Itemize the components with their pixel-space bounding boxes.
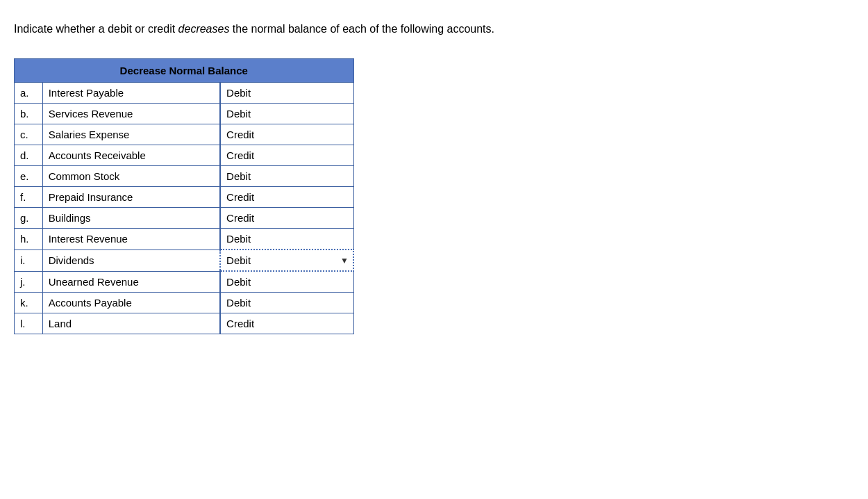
row-account: Salaries Expense bbox=[42, 124, 220, 145]
instruction-italic: decreases bbox=[178, 23, 230, 35]
row-letter: f. bbox=[15, 187, 43, 208]
row-account: Prepaid Insurance bbox=[42, 187, 220, 208]
row-value[interactable]: Debit bbox=[220, 166, 353, 187]
row-value[interactable]: Debit bbox=[220, 293, 353, 313]
table-row: i.DividendsDebit▼ bbox=[15, 250, 354, 271]
row-value[interactable]: Debit bbox=[220, 104, 353, 124]
row-letter: l. bbox=[15, 313, 43, 334]
row-letter: j. bbox=[15, 271, 43, 293]
row-value[interactable]: Credit bbox=[220, 124, 353, 145]
table-wrapper: Decrease Normal Balance a.Interest Payab… bbox=[14, 58, 354, 334]
table-row: l.LandCredit bbox=[15, 313, 354, 334]
decrease-normal-balance-table: Decrease Normal Balance a.Interest Payab… bbox=[14, 58, 354, 334]
row-letter: a. bbox=[15, 83, 43, 104]
table-row: g.BuildingsCredit bbox=[15, 208, 354, 229]
row-letter: b. bbox=[15, 104, 43, 124]
row-value[interactable]: Debit bbox=[220, 229, 353, 250]
table-row: h.Interest RevenueDebit bbox=[15, 229, 354, 250]
instruction-text: Indicate whether a debit or credit decre… bbox=[14, 21, 854, 38]
row-account: Buildings bbox=[42, 208, 220, 229]
instruction-after: the normal balance of each of the follow… bbox=[229, 23, 494, 35]
table-row: k.Accounts PayableDebit bbox=[15, 293, 354, 313]
row-letter: k. bbox=[15, 293, 43, 313]
dropdown-arrow-icon: ▼ bbox=[340, 256, 349, 265]
row-letter: e. bbox=[15, 166, 43, 187]
row-value[interactable]: Credit bbox=[220, 145, 353, 166]
instruction-before: Indicate whether a debit or credit bbox=[14, 23, 178, 35]
row-letter: c. bbox=[15, 124, 43, 145]
table-row: a.Interest PayableDebit bbox=[15, 83, 354, 104]
table-row: e.Common StockDebit bbox=[15, 166, 354, 187]
row-account: Accounts Receivable bbox=[42, 145, 220, 166]
table-header: Decrease Normal Balance bbox=[15, 59, 354, 83]
row-account: Accounts Payable bbox=[42, 293, 220, 313]
row-value[interactable]: Credit bbox=[220, 208, 353, 229]
table-row: d.Accounts ReceivableCredit bbox=[15, 145, 354, 166]
row-account: Services Revenue bbox=[42, 104, 220, 124]
row-account: Dividends bbox=[42, 250, 220, 271]
table-row: c.Salaries ExpenseCredit bbox=[15, 124, 354, 145]
row-value[interactable]: Debit bbox=[220, 83, 353, 104]
row-letter: h. bbox=[15, 229, 43, 250]
row-value[interactable]: Credit bbox=[220, 313, 353, 334]
row-account: Interest Payable bbox=[42, 83, 220, 104]
row-value[interactable]: Debit▼ bbox=[220, 250, 353, 271]
row-value[interactable]: Debit bbox=[220, 271, 353, 293]
table-row: j.Unearned RevenueDebit bbox=[15, 271, 354, 293]
row-account: Unearned Revenue bbox=[42, 271, 220, 293]
row-letter: i. bbox=[15, 250, 43, 271]
row-account: Interest Revenue bbox=[42, 229, 220, 250]
row-letter: g. bbox=[15, 208, 43, 229]
table-row: b.Services RevenueDebit bbox=[15, 104, 354, 124]
table-row: f.Prepaid InsuranceCredit bbox=[15, 187, 354, 208]
row-letter: d. bbox=[15, 145, 43, 166]
row-value[interactable]: Credit bbox=[220, 187, 353, 208]
row-account: Common Stock bbox=[42, 166, 220, 187]
row-account: Land bbox=[42, 313, 220, 334]
